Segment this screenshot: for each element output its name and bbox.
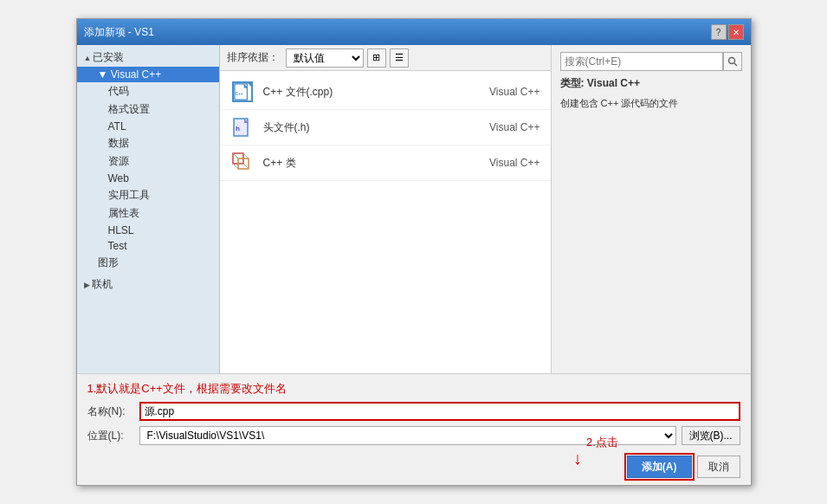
list-item[interactable]: h 头文件(.h) Visual C++ xyxy=(220,110,551,145)
svg-text:h: h xyxy=(236,125,240,132)
cpp-file-type: Visual C++ xyxy=(489,86,539,98)
network-section: ▶ 联机 xyxy=(77,275,219,294)
dialog-title: 添加新项 - VS1 xyxy=(84,25,154,40)
list-item[interactable]: C++ C++ 文件(.cpp) Visual C++ xyxy=(220,74,551,110)
installed-header: ▲ 已安装 xyxy=(77,48,219,67)
location-wrap: F:\VisualStudio\VS1\VS1\ 浏览(B)... xyxy=(139,426,740,445)
location-row: 位置(L): F:\VisualStudio\VS1\VS1\ 浏览(B)... xyxy=(87,426,740,445)
search-button[interactable] xyxy=(723,52,742,71)
bottom-area: 1.默认就是C++文件，根据需要改文件名 名称(N): 位置(L): F:\Vi… xyxy=(77,374,751,485)
list-item[interactable]: C++ 类 Visual C++ xyxy=(220,145,551,181)
svg-text:C++: C++ xyxy=(235,92,242,96)
sidebar-item-tools[interactable]: 实用工具 xyxy=(77,186,219,204)
name-row: 名称(N): xyxy=(87,402,740,421)
click-hint: 2.点击 xyxy=(586,435,618,450)
sort-label: 排序依据： xyxy=(227,50,279,65)
sidebar-item-props[interactable]: 属性表 xyxy=(77,204,219,223)
title-bar-buttons: ? ✕ xyxy=(711,24,744,40)
svg-line-13 xyxy=(734,63,737,66)
sidebar-item-code[interactable]: 代码 xyxy=(77,82,219,100)
cpp-class-name: C++ 类 xyxy=(263,156,490,171)
sidebar-item-hlsl[interactable]: HLSL xyxy=(77,223,219,238)
search-input[interactable] xyxy=(560,52,723,71)
list-view-button[interactable]: ☰ xyxy=(390,48,409,68)
h-file-type: Visual C++ xyxy=(489,121,539,133)
name-label: 名称(N): xyxy=(87,404,139,419)
help-button[interactable]: ? xyxy=(711,24,727,40)
sidebar-item-web[interactable]: Web xyxy=(77,171,219,186)
sidebar-item-format[interactable]: 格式设置 xyxy=(77,100,219,119)
sidebar-item-graphics[interactable]: 图形 xyxy=(77,254,219,272)
svg-line-11 xyxy=(243,164,249,169)
location-label: 位置(L): xyxy=(87,429,139,443)
actions-area: 2.点击 ↓ 添加(A) 取消 xyxy=(87,450,740,478)
cancel-button[interactable]: 取消 xyxy=(697,456,740,478)
items-toolbar: 排序依据： 默认值 ⊞ ☰ xyxy=(220,45,551,71)
action-buttons: 添加(A) 取消 xyxy=(627,456,740,478)
browse-button[interactable]: 浏览(B)... xyxy=(682,426,740,445)
network-expand-icon[interactable]: ▶ xyxy=(84,281,90,289)
title-bar: 添加新项 - VS1 ? ✕ xyxy=(77,19,751,45)
network-label[interactable]: 联机 xyxy=(92,277,113,292)
svg-line-10 xyxy=(233,164,238,169)
expand-icon: ▼ xyxy=(98,68,111,81)
sidebar-item-visual-cpp[interactable]: ▼ Visual C++ xyxy=(77,67,219,82)
installed-label: 已安装 xyxy=(93,50,124,65)
dialog: 添加新项 - VS1 ? ✕ ▲ 已安装 ▼ Visual C++ 代码 格式设… xyxy=(76,18,752,486)
sidebar-item-atl[interactable]: ATL xyxy=(77,119,219,134)
collapse-icon[interactable]: ▲ xyxy=(84,54,92,62)
sidebar-item-resource[interactable]: 资源 xyxy=(77,152,219,171)
right-panel: 类型: Visual C++ 创建包含 C++ 源代码的文件 xyxy=(552,45,751,373)
left-panel: ▲ 已安装 ▼ Visual C++ 代码 格式设置 ATL 数据 资源 Web… xyxy=(77,45,220,373)
type-description: 创建包含 C++ 源代码的文件 xyxy=(560,96,742,111)
search-area xyxy=(560,52,742,71)
svg-line-9 xyxy=(243,153,249,158)
arrow-down-icon: ↓ xyxy=(573,449,582,468)
cpp-file-name: C++ 文件(.cpp) xyxy=(263,85,490,100)
sidebar-item-test[interactable]: Test xyxy=(77,238,219,254)
h-file-name: 头文件(.h) xyxy=(263,120,490,135)
main-area: ▲ 已安装 ▼ Visual C++ 代码 格式设置 ATL 数据 资源 Web… xyxy=(77,45,751,374)
cpp-file-icon: C++ xyxy=(230,80,255,104)
items-list: C++ C++ 文件(.cpp) Visual C++ h xyxy=(220,71,551,373)
cpp-class-icon xyxy=(230,151,255,175)
annotation-hint: 1.默认就是C++文件，根据需要改文件名 xyxy=(87,381,740,397)
close-button[interactable]: ✕ xyxy=(728,24,744,40)
grid-view-button[interactable]: ⊞ xyxy=(367,48,386,68)
sidebar-item-data[interactable]: 数据 xyxy=(77,134,219,152)
name-input[interactable] xyxy=(139,402,740,421)
svg-line-8 xyxy=(233,153,238,158)
type-label: 类型: Visual C++ xyxy=(560,76,742,91)
middle-panel: 排序依据： 默认值 ⊞ ☰ xyxy=(220,45,552,373)
add-button[interactable]: 添加(A) xyxy=(627,456,692,478)
h-file-icon: h xyxy=(230,115,255,139)
svg-point-12 xyxy=(728,58,734,64)
cpp-class-type: Visual C++ xyxy=(489,157,539,169)
sort-select[interactable]: 默认值 xyxy=(286,48,364,68)
bottom-wrapper: 1.默认就是C++文件，根据需要改文件名 名称(N): 位置(L): F:\Vi… xyxy=(77,374,751,485)
